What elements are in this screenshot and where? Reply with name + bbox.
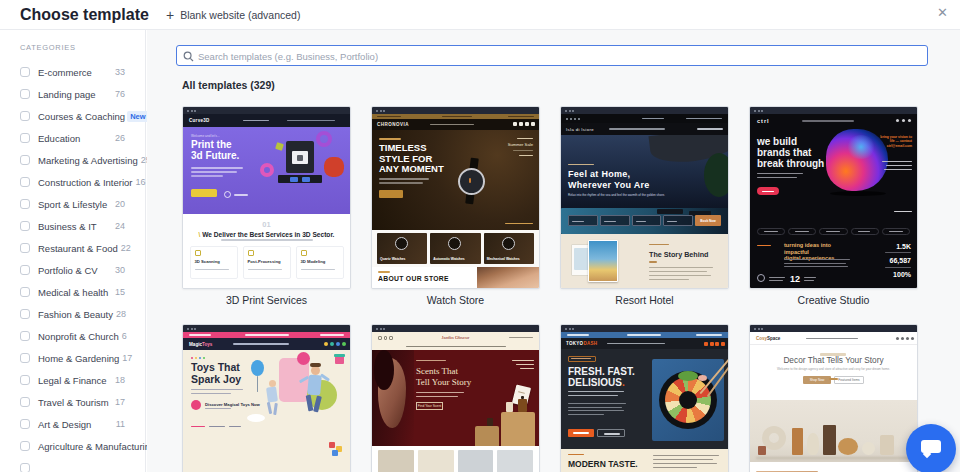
blank-website-button[interactable]: + Blank website (advanced) bbox=[166, 0, 300, 29]
mini-navbar: CHRONOVIA bbox=[372, 119, 539, 130]
checkbox[interactable] bbox=[20, 133, 30, 143]
template-card-creative-studio[interactable]: ctrl we build brands that break through bbox=[749, 106, 918, 307]
mini-hero: TIMELESS STYLE FOR ANY MOMENT Summer Sal… bbox=[372, 130, 539, 230]
mini-navbar: MagicToys bbox=[183, 338, 350, 350]
sidebar-item-art-design[interactable]: Art & Design 11 bbox=[20, 413, 145, 435]
sidebar-item-medical-health[interactable]: Medical & health 15 bbox=[20, 281, 145, 303]
mini-cta-button bbox=[379, 190, 403, 198]
checkbox[interactable] bbox=[20, 419, 30, 429]
checkbox[interactable] bbox=[20, 199, 30, 209]
mini-hero: Feel at Home, Wherever You Are Relax int… bbox=[561, 135, 728, 234]
checkbox[interactable] bbox=[20, 111, 30, 121]
template-card-sushi[interactable]: TOKYODASH FRESH. FAST. DELISIOUS. bbox=[560, 324, 729, 472]
checkbox[interactable] bbox=[20, 441, 30, 451]
mini-cta-button: Find Your Scent bbox=[416, 402, 443, 410]
feature-icon bbox=[301, 250, 307, 256]
checkbox[interactable] bbox=[20, 243, 30, 253]
sidebar-item-agriculture-manufacturing[interactable]: Agriculture & Manufacturing 9 bbox=[20, 435, 145, 457]
blank-website-label: Blank website (advanced) bbox=[180, 9, 300, 21]
mini-thumbnails: Quartz Watches Automatic Watches Mechani… bbox=[372, 230, 539, 267]
sidebar-item-partial[interactable] bbox=[20, 457, 145, 472]
template-card-watch-store[interactable]: CHRONOVIA TIMELESS STYLE FOR ANY MOMENT bbox=[371, 106, 540, 307]
checkbox[interactable] bbox=[20, 67, 30, 77]
checkbox[interactable] bbox=[20, 375, 30, 385]
modal-header: Choose template + Blank website (advance… bbox=[0, 0, 960, 30]
mini-book-button: Book Now bbox=[695, 215, 721, 226]
mini-cta-button bbox=[568, 429, 594, 437]
browser-dots-icon bbox=[750, 107, 917, 114]
template-preview[interactable]: CosySpace Decor That Tells Your Story We… bbox=[749, 324, 918, 472]
sidebar-item-construction-interior[interactable]: Construction & Interior 16 bbox=[20, 171, 145, 193]
close-icon[interactable]: ✕ bbox=[937, 5, 948, 20]
mini-hero: we build brands that break through bring… bbox=[750, 127, 917, 225]
template-preview[interactable]: CHRONOVIA TIMELESS STYLE FOR ANY MOMENT bbox=[371, 106, 540, 289]
sidebar-item-landing-page[interactable]: Landing page 76 bbox=[20, 83, 145, 105]
mini-hero: Decor That Tells Your Story Welcome to t… bbox=[750, 348, 917, 400]
vases-illustration bbox=[750, 400, 917, 462]
template-preview[interactable]: Jardin Obscur Scents That Tell Your Stor… bbox=[371, 324, 540, 472]
template-card-scents[interactable]: Jardin Obscur Scents That Tell Your Stor… bbox=[371, 324, 540, 472]
checkbox[interactable] bbox=[20, 353, 30, 363]
checkbox[interactable] bbox=[20, 463, 30, 472]
browser-dots-icon bbox=[561, 107, 728, 114]
categories-sidebar: CATEGORIES E-commerce 33 Landing page 76… bbox=[0, 30, 146, 472]
sidebar-item-legal-finance[interactable]: Legal & Finance 18 bbox=[20, 369, 145, 391]
browser-dots-icon bbox=[183, 107, 350, 114]
sidebar-item-home-gardening[interactable]: Home & Gardening 17 bbox=[20, 347, 145, 369]
template-preview[interactable]: Curve3D Welcome and let's... Print the 3… bbox=[182, 106, 351, 289]
checkbox[interactable] bbox=[20, 397, 30, 407]
browser-dots-icon bbox=[183, 325, 350, 332]
chat-button[interactable] bbox=[906, 424, 956, 472]
plus-icon: + bbox=[166, 8, 174, 22]
sidebar-item-sport-lifestyle[interactable]: Sport & Lifestyle 20 bbox=[20, 193, 145, 215]
template-preview[interactable]: TOKYODASH FRESH. FAST. DELISIOUS. bbox=[560, 324, 729, 472]
checkbox[interactable] bbox=[20, 89, 30, 99]
template-card-toys[interactable]: MagicToys Toys That Spark Joy bbox=[182, 324, 351, 472]
mini-topbar bbox=[561, 114, 728, 123]
checkbox[interactable] bbox=[20, 177, 30, 187]
checkbox[interactable] bbox=[20, 265, 30, 275]
mini-section: MODERN TASTE. bbox=[561, 449, 728, 472]
sidebar-item-courses-coaching[interactable]: Courses & Coaching New 16 bbox=[20, 105, 145, 127]
browser-dots-icon bbox=[561, 325, 728, 332]
template-preview[interactable]: ctrl we build brands that break through bbox=[749, 106, 918, 289]
sidebar-item-education[interactable]: Education 26 bbox=[20, 127, 145, 149]
checkbox[interactable] bbox=[20, 309, 30, 319]
checkbox[interactable] bbox=[20, 331, 30, 341]
template-name: Watch Store bbox=[371, 294, 540, 307]
browser-dots-icon bbox=[372, 107, 539, 114]
template-preview[interactable]: Isla di Isiore Feel at Home, Wherever Yo… bbox=[560, 106, 729, 289]
mini-header: Jardin Obscur bbox=[372, 332, 539, 350]
categories-heading: CATEGORIES bbox=[20, 43, 145, 52]
mini-cta-button bbox=[191, 189, 217, 197]
template-preview[interactable]: MagicToys Toys That Spark Joy bbox=[182, 324, 351, 472]
page-title: Choose template bbox=[20, 6, 149, 24]
feature-icon bbox=[195, 250, 201, 256]
mini-navbar: Curve3D bbox=[183, 114, 350, 127]
sidebar-item-travel-tourism[interactable]: Travel & Tourism 17 bbox=[20, 391, 145, 413]
checkbox[interactable] bbox=[20, 287, 30, 297]
checkbox[interactable] bbox=[20, 221, 30, 231]
sidebar-item-marketing-advertising[interactable]: Marketing & Advertising 25 bbox=[20, 149, 145, 171]
sidebar-item-restaurant-food[interactable]: Restaurant & Food 22 bbox=[20, 237, 145, 259]
sidebar-item-nonprofit-church[interactable]: Nonprofit & Church 6 bbox=[20, 325, 145, 347]
search-bar bbox=[176, 45, 928, 66]
sidebar-item-business-it[interactable]: Business & IT 24 bbox=[20, 215, 145, 237]
template-card-resort-hotel[interactable]: Isla di Isiore Feel at Home, Wherever Yo… bbox=[560, 106, 729, 307]
mini-stats-section: turning ideas into impactful digital exp… bbox=[750, 237, 917, 288]
mini-secondary-button: Featured Items bbox=[834, 376, 864, 384]
browser-dots-icon bbox=[372, 325, 539, 332]
sidebar-item-fashion-beauty[interactable]: Fashion & Beauty 28 bbox=[20, 303, 145, 325]
mini-booking-bar: Book Now bbox=[568, 215, 721, 226]
mini-secondary-button bbox=[597, 429, 625, 437]
checkbox[interactable] bbox=[20, 155, 30, 165]
sidebar-item-ecommerce[interactable]: E-commerce 33 bbox=[20, 61, 145, 83]
browser-dots-icon bbox=[750, 325, 917, 332]
search-input[interactable] bbox=[177, 47, 927, 66]
mini-navbar: CosySpace bbox=[750, 332, 917, 345]
template-card-decor[interactable]: CosySpace Decor That Tells Your Story We… bbox=[749, 324, 918, 472]
all-templates-heading: All templates (329) bbox=[182, 79, 275, 91]
sidebar-item-portfolio-cv[interactable]: Portfolio & CV 30 bbox=[20, 259, 145, 281]
mini-cta-button: Shop Now bbox=[803, 376, 831, 384]
template-card-3d-print-services[interactable]: Curve3D Welcome and let's... Print the 3… bbox=[182, 106, 351, 307]
